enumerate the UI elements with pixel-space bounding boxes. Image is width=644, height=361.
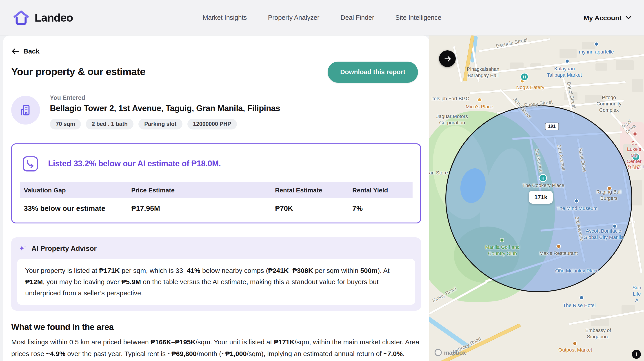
account-menu[interactable]: My Account [584,14,632,21]
map-label: The Rise Hotel [563,302,596,309]
advisor-text: Your property is listed at ₱171K per sqm… [17,259,415,305]
app: Landeo Market InsightsProperty AnalyzerD… [0,0,644,361]
map-label: my inn apartelle [579,49,614,55]
poi-dot [500,238,504,242]
poi-dot [557,245,560,248]
estimate-headline: Listed 33.2% below our AI estimate of ₱1… [48,159,221,168]
metric-header: Price Estimate [131,186,275,194]
map-label: The Cookery Place [522,183,564,189]
map-building [560,49,576,58]
map-road [470,81,626,94]
page-title: Your property & our estimate [11,66,146,78]
map-label: Sari Store [429,170,448,176]
chevron-down-icon [626,16,632,20]
primary-nav: Market InsightsProperty AnalyzerDeal Fin… [203,14,441,21]
map-label: Kalayaan Talipapa Market [547,66,582,78]
sparkle-icon [18,244,27,253]
property-address: Bellagio Tower 2, 1st Avenue, Taguig, Gr… [50,103,280,113]
metric-header: Rental Yield [352,186,412,194]
metric-value: 7% [352,204,412,212]
property-chip: Parking slot [138,119,182,129]
top-navbar: Landeo Market InsightsProperty AnalyzerD… [0,0,644,36]
poi-dot [595,43,598,46]
property-summary: You Entered Bellagio Tower 2, 1st Avenue… [11,94,421,129]
map-building [616,60,634,70]
map-label: itels.ph Fort BGC [432,96,470,102]
metric-value: ₱70K [275,204,352,212]
advisor-title: AI Property Advisor [32,245,96,253]
mapbox-icon [434,349,442,356]
ai-advisor-panel: AI Property Advisor Your property is lis… [11,237,421,311]
metric-value: 33% below our estimate [24,204,131,212]
building-icon [11,96,40,124]
back-button[interactable]: Back [11,47,40,55]
map-label: Sun Life A [632,285,641,303]
property-chip: 70 sqm [50,119,81,129]
property-chip: 12000000 PHP [187,119,237,129]
map-label: Max's Restaurant [540,250,578,257]
map-label: Escuela Street [496,37,528,50]
poi-dot [566,60,569,63]
map-label: Raging Bull Burgers [592,189,626,201]
nav-link[interactable]: Market Insights [203,14,247,21]
mapbox-logo[interactable]: mapbox [434,349,466,356]
metrics-header-row: Valuation GapPrice EstimateRental Estima… [20,182,412,198]
poi-dot: H [540,175,546,181]
map-panel[interactable]: HHH Escuela StreetBohol Street32nd Stree… [429,36,644,361]
brand-name: Landeo [34,11,73,24]
map-label: Nog's Eatery [516,85,544,91]
map-road [453,46,462,83]
poi-dot: H [521,74,528,80]
map-label: St. Luke's Me Center Globa [627,140,642,171]
arrow-left-icon [11,48,19,55]
trend-icon [22,155,39,172]
map-label: Outpost Market [558,347,592,353]
brand-logo[interactable]: Landeo [12,9,73,26]
expand-map-button[interactable] [439,50,456,67]
map-building [632,180,642,205]
back-label: Back [23,47,40,55]
map-label: The Mind Museum [556,205,598,212]
map-label: Mico's Place [466,104,494,110]
poi-dot [478,98,481,101]
map-building [632,79,643,92]
map-label: 191 [545,123,558,130]
map-attribution-button[interactable]: i [632,350,641,359]
metric-header: Rental Estimate [275,186,352,194]
map-label: Pitogo Community Complex [592,95,626,113]
property-chips: 70 sqm2 bed . 1 bathParking slot12000000… [50,119,280,129]
mapbox-wordmark: mapbox [444,349,466,356]
map-label: Embassy of Singapore [575,327,621,340]
you-entered-label: You Entered [50,94,280,101]
map-building [582,42,596,49]
map-label: Jaguar Motors Corporation [436,114,468,126]
report-panel: Back Your property & our estimate Downlo… [3,36,429,361]
area-section-title: What we found in the area [11,322,421,332]
poi-dot [573,342,576,345]
nav-link[interactable]: Site Intelligence [395,14,441,21]
estimate-banner: Listed 33.2% below our AI estimate of ₱1… [11,143,421,223]
poi-dot [613,225,616,228]
report-header: Your property & our estimate Download th… [11,61,421,83]
map-label: One Mckinley Place [555,268,599,274]
nav-link[interactable]: Property Analyzer [268,14,320,21]
arrow-right-icon [443,55,452,63]
poi-dot [575,199,578,203]
nav-link[interactable]: Deal Finder [340,14,374,21]
price-marker[interactable]: 171k [529,191,553,204]
property-chip: 2 bed . 1 bath [86,119,134,129]
map-label: Manila Golf and Country Club [485,244,520,257]
map-label: Pinagkaisahan Barangay Hall [467,66,499,79]
poi-dot [634,132,636,136]
metrics-value-row: 33% below our estimate₱17.95M₱70K7% [20,198,412,212]
download-report-button[interactable]: Download this report [328,61,418,83]
area-section-text: Most listings within 0.5 km are priced b… [11,336,421,359]
metric-value: ₱17.95M [131,204,275,212]
poi-dot [580,296,583,299]
account-label: My Account [584,14,622,21]
map-label: Ascott Bonifacio Global City Manila [584,228,624,240]
map-building [596,63,607,71]
metric-header: Valuation Gap [24,186,131,194]
landeo-house-icon [12,9,30,26]
